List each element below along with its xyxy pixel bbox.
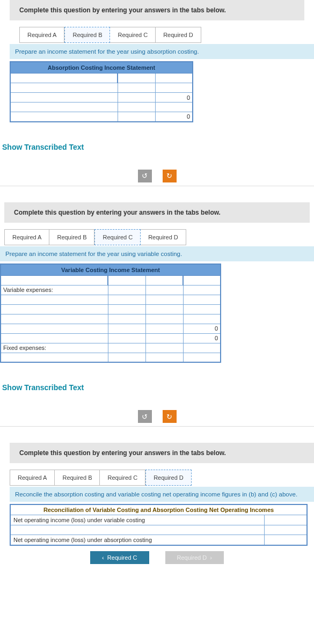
cell-input[interactable] — [145, 285, 183, 295]
action-row: ↺ ↻ — [0, 170, 314, 182]
cell-input[interactable] — [108, 324, 145, 333]
tab-required-a[interactable]: Required A — [4, 229, 49, 245]
tabs: Required A Required B Required C Require… — [4, 229, 314, 245]
redo-button[interactable]: ↻ — [163, 170, 177, 182]
cell-input[interactable] — [118, 83, 155, 93]
cell-input[interactable] — [183, 295, 221, 304]
cell-input[interactable] — [145, 324, 183, 333]
cell-input[interactable] — [10, 103, 118, 112]
cell-input[interactable] — [183, 343, 221, 353]
cell-input[interactable] — [118, 93, 155, 103]
cell-input[interactable] — [118, 103, 155, 112]
label-fixed-expenses: Fixed expenses: — [1, 343, 108, 353]
cell-input[interactable] — [264, 515, 307, 525]
instruction-bar: Complete this question by entering your … — [10, 0, 304, 20]
row-label: Net operating income (loss) under variab… — [10, 515, 264, 525]
cell-input[interactable] — [145, 295, 183, 304]
cell-input[interactable] — [145, 343, 183, 353]
chevron-right-icon: › — [210, 554, 212, 561]
cell-input[interactable] — [108, 304, 145, 314]
tab-required-b[interactable]: Required B — [55, 470, 100, 486]
tab-required-d[interactable]: Required D — [156, 27, 201, 43]
tab-required-c[interactable]: Required C — [110, 27, 156, 43]
redo-button[interactable]: ↻ — [163, 410, 177, 423]
cell-input[interactable] — [1, 304, 108, 314]
action-row: ↺ ↻ — [0, 410, 314, 423]
cell-input[interactable] — [264, 535, 307, 546]
table-title: Reconciliation of Variable Costing and A… — [10, 504, 307, 515]
cell-input[interactable] — [108, 285, 145, 295]
cell-input[interactable] — [108, 343, 145, 353]
tabs: Required A Required B Required C Require… — [19, 27, 314, 43]
next-button[interactable]: Required D › — [165, 551, 224, 564]
chevron-left-icon: ‹ — [102, 554, 104, 561]
cell-input[interactable] — [1, 275, 108, 285]
variable-table-wrap: Variable Costing Income Statement Variab… — [0, 264, 314, 363]
cell-input[interactable] — [145, 275, 183, 285]
tab-required-a[interactable]: Required A — [10, 470, 55, 486]
cell-value[interactable]: 0 — [155, 93, 193, 103]
cell-input[interactable] — [118, 112, 155, 122]
tab-required-d[interactable]: Required D — [141, 229, 186, 245]
cell-input[interactable] — [155, 74, 193, 83]
tab-required-a[interactable]: Required A — [19, 27, 64, 43]
undo-button[interactable]: ↺ — [138, 170, 152, 182]
show-transcribed-link[interactable]: Show Transcribed Text — [0, 138, 314, 165]
show-transcribed-link[interactable]: Show Transcribed Text — [0, 379, 314, 406]
divider — [0, 186, 314, 186]
prompt-bar: Prepare an income statement for the year… — [0, 246, 314, 261]
cell-value[interactable]: 0 — [183, 333, 221, 343]
cell-input[interactable] — [1, 314, 108, 324]
cell-input[interactable] — [155, 103, 193, 112]
cell-value[interactable]: 0 — [183, 324, 221, 333]
cell-input[interactable] — [183, 304, 221, 314]
cell-input[interactable] — [1, 324, 108, 333]
cell-input[interactable] — [183, 275, 221, 285]
cell-input[interactable] — [10, 93, 118, 103]
cell-input[interactable] — [145, 333, 183, 343]
cell-input[interactable] — [108, 275, 145, 285]
block-required-c: Complete this question by entering your … — [0, 202, 314, 363]
undo-icon: ↺ — [142, 172, 148, 180]
reconciliation-table: Reconciliation of Variable Costing and A… — [10, 504, 308, 546]
cell-input[interactable] — [145, 304, 183, 314]
cell-input[interactable] — [10, 83, 118, 93]
block-required-d: Complete this question by entering your … — [0, 443, 314, 564]
cell-input[interactable] — [10, 74, 118, 83]
tab-required-d[interactable]: Required D — [145, 470, 192, 486]
cell-input[interactable] — [10, 112, 118, 122]
cell-input[interactable] — [108, 333, 145, 343]
cell-input[interactable] — [1, 295, 108, 304]
divider — [0, 426, 314, 427]
cell-input[interactable] — [1, 353, 108, 362]
nav-row: ‹ Required C Required D › — [0, 551, 314, 564]
cell-input[interactable] — [183, 314, 221, 324]
cell-input[interactable] — [264, 525, 307, 535]
table-title: Variable Costing Income Statement — [1, 264, 221, 276]
block-required-b: Complete this question by entering your … — [0, 0, 314, 122]
cell-input[interactable] — [108, 295, 145, 304]
cell-input[interactable] — [10, 525, 264, 535]
tab-required-c[interactable]: Required C — [94, 229, 141, 245]
cell-input[interactable] — [183, 353, 221, 362]
cell-input[interactable] — [155, 83, 193, 93]
prev-button[interactable]: ‹ Required C — [90, 551, 149, 564]
absorption-table-wrap: Absorption Costing Income Statement 0 0 — [10, 61, 314, 122]
row-label: Net operating income (loss) under absorp… — [10, 535, 264, 546]
redo-icon: ↻ — [166, 413, 172, 421]
cell-input[interactable] — [118, 74, 155, 83]
cell-input[interactable] — [145, 353, 183, 362]
cell-input[interactable] — [145, 314, 183, 324]
absorption-costing-table: Absorption Costing Income Statement 0 0 — [10, 61, 193, 122]
cell-input[interactable] — [1, 333, 108, 343]
cell-value[interactable]: 0 — [155, 112, 193, 122]
undo-button[interactable]: ↺ — [138, 410, 152, 423]
redo-icon: ↻ — [166, 172, 172, 180]
cell-input[interactable] — [108, 353, 145, 362]
tabs: Required A Required B Required C Require… — [10, 470, 314, 486]
cell-input[interactable] — [108, 314, 145, 324]
tab-required-b[interactable]: Required B — [49, 229, 94, 245]
tab-required-b[interactable]: Required B — [64, 27, 110, 43]
tab-required-c[interactable]: Required C — [100, 470, 145, 486]
cell-input[interactable] — [183, 285, 221, 295]
